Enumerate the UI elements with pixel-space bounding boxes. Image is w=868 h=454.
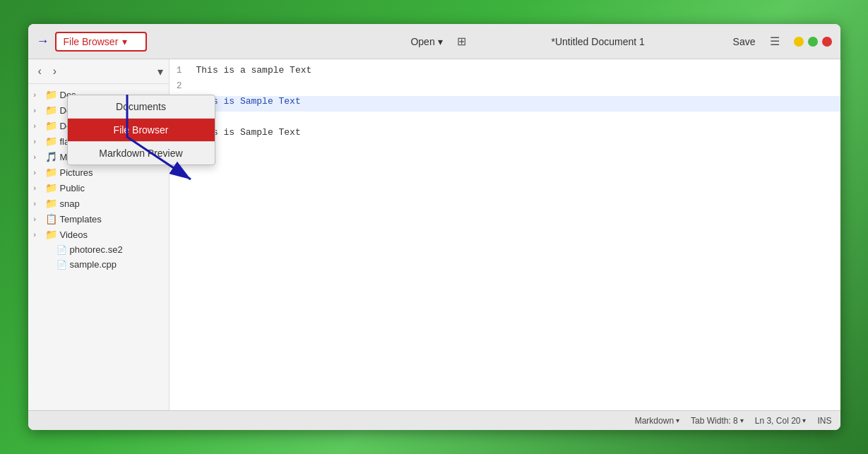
cursor-chevron-icon: ▾ [802,417,806,424]
sidebar-item-templates[interactable]: › 📋 Templates [28,211,169,227]
popup-item-markdown-preview[interactable]: Markdown Preview [68,142,215,165]
expand-icon: › [34,153,42,161]
tab-width-chevron-icon: ▾ [740,417,744,424]
dropdown-popup: Documents File Browser Markdown Preview [67,95,215,165]
folder-icon: 🎵 [45,151,57,162]
folder-icon: 📁 [45,89,57,100]
file-icon: 📄 [57,245,67,255]
popup-item-documents[interactable]: Documents [68,95,215,119]
expand-icon: › [34,215,42,223]
open-chevron-icon: ▾ [438,36,443,47]
window-controls [794,37,832,47]
editor-line-2: 2 [170,80,840,96]
doc-title: *Untitled Document 1 [475,36,722,47]
main-content: ‹ › ▾ › 📁 Des... › 📁 Doc... › 📁 [28,59,840,410]
ins-mode[interactable]: INS [817,416,831,426]
nav-forward-button[interactable]: › [49,64,61,79]
item-label: Templates [60,214,102,225]
save-button[interactable]: Save [727,33,761,50]
minimize-button[interactable] [794,37,804,47]
expand-icon: › [34,107,42,114]
item-label: Videos [60,229,88,240]
tab-width-selector[interactable]: Tab Width: 8 ▾ [691,416,744,426]
item-label: snap [60,198,80,209]
folder-icon: 📁 [45,136,57,147]
open-button[interactable]: Open ▾ [405,33,448,50]
editor-line-6: 6 [170,143,840,158]
line-content: This is a sample Text [191,65,312,76]
sidebar-item-photorec[interactable]: 📄 photorec.se2 [28,242,169,257]
folder-icon: 📁 [45,104,57,116]
expand-icon: › [34,200,42,208]
folder-icon: 📁 [45,120,57,131]
item-label: sample.cpp [70,259,117,270]
open-label: Open [410,36,434,47]
pin-button[interactable]: ⊞ [454,32,469,51]
language-label: Markdown [635,416,674,426]
language-selector[interactable]: Markdown ▾ [635,416,679,426]
sidebar-item-samplecpp[interactable]: 📄 sample.cpp [28,257,169,272]
editor-area[interactable]: 1 This is a sample Text 2 3 This is Samp… [170,59,840,410]
editor-line-5: 5 This is Sample Text [170,127,840,143]
arrow-indicator: → [37,34,49,49]
language-chevron-icon: ▾ [676,417,679,424]
editor-line-4: 4 [170,112,840,127]
folder-icon: 📁 [45,182,57,193]
sidebar-item-public[interactable]: › 📁 Public [28,180,169,196]
expand-icon: › [34,138,42,145]
dropdown-chevron-icon: ▾ [122,36,127,47]
tab-width-label: Tab Width: 8 [691,416,738,426]
header-bar: → File Browser ▾ Open ▾ ⊞ *Untitled Docu… [28,24,840,59]
folder-icon: 📋 [45,213,57,225]
editor-line-1: 1 This is a sample Text [170,65,840,80]
maximize-button[interactable] [808,37,818,47]
file-icon: 📄 [57,260,67,270]
sidebar-item-snap[interactable]: › 📁 snap [28,196,169,211]
folder-icon: 📁 [45,167,57,178]
expand-icon: › [34,169,42,177]
item-label: Pictures [60,167,93,178]
ins-label: INS [817,416,831,426]
sidebar-nav: ‹ › ▾ [28,59,169,84]
editor-content[interactable]: 1 This is a sample Text 2 3 This is Samp… [170,59,840,410]
expand-icon: › [34,231,42,239]
close-button[interactable] [822,37,832,47]
line-number: 1 [170,65,191,76]
expand-icon: › [34,91,42,99]
sidebar-item-pictures[interactable]: › 📁 Pictures [28,165,169,180]
folder-icon: 📁 [45,229,57,240]
cursor-position[interactable]: Ln 3, Col 20 ▾ [755,416,807,426]
sidebar-item-videos[interactable]: › 📁 Videos [28,227,169,242]
editor-line-3: 3 This is Sample Text [170,96,840,112]
popup-arrow-up-inner [128,95,139,96]
item-label: photorec.se2 [70,244,123,255]
line-number: 2 [170,80,191,91]
file-browser-dropdown[interactable]: File Browser ▾ [55,32,147,52]
status-bar: Markdown ▾ Tab Width: 8 ▾ Ln 3, Col 20 ▾… [28,410,840,430]
cursor-label: Ln 3, Col 20 [755,416,801,426]
sidebar-collapse-button[interactable]: ▾ [157,65,163,78]
item-label: Public [60,183,85,193]
menu-button[interactable]: ☰ [767,32,783,51]
file-browser-label: File Browser [64,36,119,47]
expand-icon: › [34,184,42,192]
arrow-right-icon: → [37,34,49,49]
folder-icon: 📁 [45,198,57,209]
popup-item-file-browser[interactable]: File Browser [68,119,215,142]
expand-icon: › [34,122,42,130]
app-window: → File Browser ▾ Open ▾ ⊞ *Untitled Docu… [28,24,840,430]
nav-back-button[interactable]: ‹ [34,64,46,79]
